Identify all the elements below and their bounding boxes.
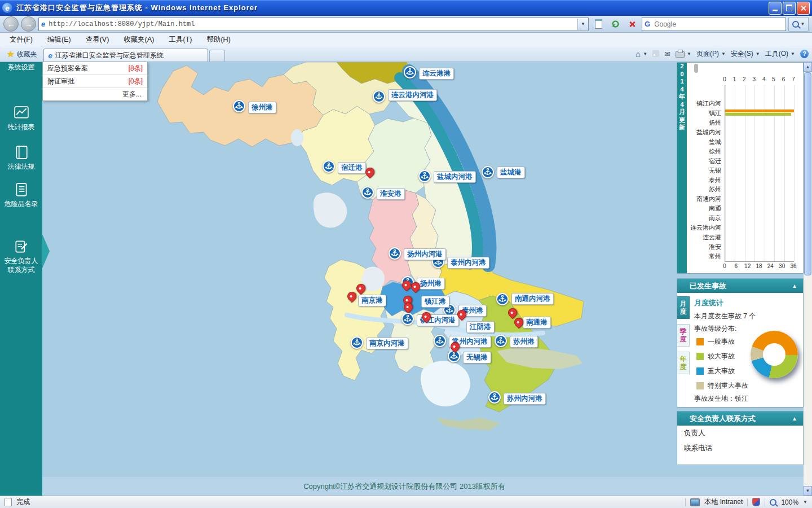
port-anchor-icon[interactable] (323, 160, 335, 173)
minimize-button[interactable] (769, 2, 782, 15)
quick-panel-row[interactable]: 附证审批 [0条] (43, 75, 147, 88)
compatibility-button[interactable] (591, 17, 606, 31)
port-label[interactable]: 盐城内河港 (434, 171, 476, 183)
collapse-icon[interactable]: ▲ (792, 283, 797, 289)
sidebar-item-system-settings[interactable]: 系统设置 (0, 63, 42, 72)
port-anchor-icon[interactable] (482, 166, 494, 178)
zoom-dropdown-icon[interactable]: ▼ (803, 500, 807, 505)
new-tab-button[interactable] (209, 50, 225, 62)
port-label[interactable]: 徐州港 (248, 102, 276, 113)
port-anchor-icon[interactable] (404, 66, 416, 78)
search-button[interactable]: ▼ (788, 17, 809, 32)
port-anchor-icon[interactable] (496, 293, 509, 305)
chart-scroll-thumb[interactable] (694, 64, 698, 73)
search-box[interactable]: G (642, 17, 786, 31)
port-anchor-icon[interactable] (418, 170, 431, 182)
back-button[interactable]: ← (3, 16, 19, 32)
tools-menu-button[interactable]: 工具(O)▼ (765, 49, 795, 59)
port-anchor-icon[interactable] (488, 391, 501, 404)
help-button[interactable]: ? (800, 50, 809, 58)
search-input[interactable] (653, 20, 785, 29)
port-anchor-icon[interactable] (361, 186, 374, 199)
home-button[interactable]: ⌂▼ (636, 49, 647, 59)
quick-panel: 应急预案备案 [8条] 附证审批 [0条] 更多... (42, 62, 148, 101)
menu-item[interactable]: 工具(T) (161, 33, 199, 46)
port-label[interactable]: 苏州港 (510, 336, 538, 348)
zoom-magnifier-icon[interactable] (770, 499, 776, 506)
contact-panel-header[interactable]: 安全负责人联系方式 ▲ (677, 411, 803, 426)
port-anchor-icon[interactable] (495, 335, 507, 347)
chart-update-char: 年 (677, 93, 687, 101)
browser-tab[interactable]: e 江苏省港口安全监管与应急管理系统 (43, 49, 208, 62)
port-label[interactable]: 扬州内河港 (404, 248, 446, 260)
port-anchor-icon[interactable] (351, 336, 363, 349)
port-label[interactable]: 南通内河港 (511, 293, 554, 305)
port-anchor-icon[interactable] (434, 335, 446, 347)
url-input[interactable] (47, 20, 577, 29)
feeds-icon[interactable] (652, 50, 659, 57)
scroll-up-button[interactable]: ▲ (804, 62, 812, 72)
print-button[interactable]: ▼ (676, 50, 691, 58)
vertical-scrollbar[interactable]: ▲ ▼ (804, 62, 812, 496)
tab-年度[interactable]: 年度 (677, 352, 690, 374)
scroll-down-button[interactable]: ▼ (804, 486, 812, 496)
menu-item[interactable]: 帮助(H) (199, 33, 237, 46)
separator (685, 498, 686, 506)
port-label[interactable]: 苏州内河港 (504, 393, 546, 405)
collapse-icon[interactable]: ▲ (792, 415, 797, 422)
port-label[interactable]: 盐城港 (497, 167, 525, 178)
favorites-button[interactable]: ★ 收藏夹 (3, 48, 40, 60)
scroll-thumb[interactable] (804, 72, 811, 275)
chart-top-tick: 5 (772, 76, 775, 82)
sidebar-item-safety-contact[interactable]: 安全负责人 联系方式 (0, 239, 42, 274)
port-label[interactable]: 江阴港 (466, 321, 495, 333)
port-label[interactable]: 连云港港 (419, 68, 454, 80)
sidebar-item-statistics[interactable]: 统计报表 (0, 105, 42, 132)
url-box[interactable]: e ▼ (38, 17, 589, 31)
tab-月度[interactable]: 月度 (677, 296, 690, 319)
incident-pin-icon[interactable] (506, 306, 519, 319)
sidebar-item-laws[interactable]: 法律法规 (0, 144, 42, 171)
stop-button[interactable] (625, 17, 639, 31)
maximize-button[interactable] (783, 2, 796, 15)
menu-item[interactable]: 编辑(E) (40, 33, 78, 46)
quick-panel-row[interactable]: 应急预案备案 [8条] (43, 62, 147, 75)
safety-menu-button[interactable]: 安全(S)▼ (731, 49, 760, 59)
menu-item[interactable]: 收藏夹(A) (116, 33, 161, 46)
incident-pin-icon[interactable] (346, 290, 359, 303)
forward-button[interactable]: → (21, 16, 36, 32)
chart-plot-area (725, 85, 794, 262)
port-label[interactable]: 镇江港 (421, 296, 449, 308)
port-label[interactable]: 宿迁港 (338, 162, 366, 174)
page-menu-button[interactable]: 页面(P)▼ (696, 49, 726, 59)
zoom-level[interactable]: 100% (781, 498, 798, 506)
port-label[interactable]: 南京港 (358, 295, 386, 306)
port-label[interactable]: 无锡港 (463, 352, 491, 364)
port-label[interactable]: 淮安港 (377, 188, 405, 200)
safety-dropdown-icon: ▼ (756, 51, 760, 56)
port-label[interactable]: 南通港 (523, 317, 551, 329)
chart-top-tick: 0 (723, 76, 726, 82)
mail-icon[interactable]: ✉ (664, 50, 670, 58)
map[interactable]: 连云港港连云港内河港徐州港宿迁港淮安港盐城内河港盐城港扬州内河港泰州内河港扬州港… (42, 62, 804, 496)
incident-pin-icon[interactable] (355, 282, 368, 295)
smartscreen-icon[interactable] (752, 498, 760, 506)
port-label[interactable]: 连云港内河港 (388, 89, 437, 101)
port-anchor-icon[interactable] (401, 313, 414, 325)
url-dropdown-button[interactable]: ▼ (577, 19, 588, 30)
menu-item[interactable]: 文件(F) (2, 33, 40, 46)
port-label[interactable]: 南京内河港 (366, 338, 408, 349)
port-label[interactable]: 扬州港 (417, 278, 445, 290)
menu-item[interactable]: 查看(V) (78, 33, 117, 46)
port-anchor-icon[interactable] (389, 247, 401, 260)
port-anchor-icon[interactable] (233, 100, 245, 112)
close-button[interactable] (797, 2, 810, 15)
port-label[interactable]: 泰州内河港 (447, 257, 489, 269)
accident-panel-header[interactable]: 已发生事故 ▲ (677, 279, 803, 293)
tab-季度[interactable]: 季度 (677, 324, 690, 347)
sidebar-item-label: 安全负责人 (0, 256, 42, 265)
port-anchor-icon[interactable] (373, 90, 385, 103)
more-link[interactable]: 更多... (43, 88, 147, 100)
sidebar-item-hazmat[interactable]: 危险品名录 (0, 182, 42, 208)
refresh-button[interactable] (608, 17, 623, 31)
